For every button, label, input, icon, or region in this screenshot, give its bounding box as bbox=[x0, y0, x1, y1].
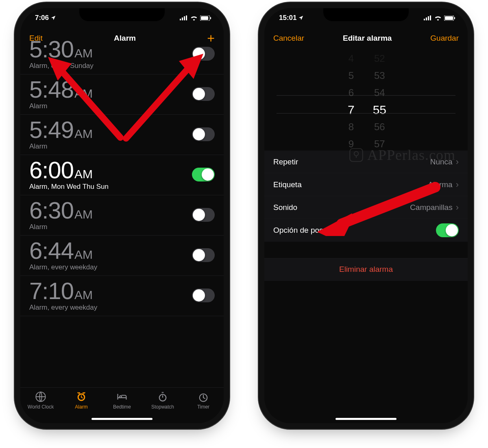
row-snooze[interactable]: Opción de posponer bbox=[264, 219, 468, 242]
phone-edit-alarm: 15:01 Cancelar Editar alarma Guardar 4 5… bbox=[264, 8, 468, 423]
alarm-subtitle: Alarm, every weekday bbox=[29, 263, 97, 271]
alarm-ampm: AM bbox=[74, 46, 93, 60]
stopwatch-icon bbox=[157, 391, 168, 402]
row-label: Repetir bbox=[273, 157, 298, 166]
alarm-settings: Repetir Nunca› Etiqueta Alarma› Sonido C… bbox=[264, 151, 468, 242]
alarm-row[interactable]: 5:48AM Alarm bbox=[20, 74, 224, 115]
alarm-ampm: AM bbox=[74, 288, 93, 302]
svg-rect-21 bbox=[428, 16, 429, 20]
picker-minutes[interactable]: 52 53 54 55 56 57 58 bbox=[373, 53, 386, 151]
tab-timer[interactable]: Timer bbox=[183, 391, 224, 423]
alarm-subtitle: Alarm bbox=[29, 223, 93, 231]
snooze-toggle[interactable] bbox=[436, 223, 459, 237]
alarm-toggle[interactable] bbox=[192, 47, 215, 61]
alarm-row[interactable]: 5:49AM Alarm bbox=[20, 115, 224, 155]
svg-rect-6 bbox=[210, 17, 211, 19]
row-sound[interactable]: Sonido Campanillas› bbox=[264, 196, 468, 219]
globe-icon bbox=[35, 391, 46, 402]
row-label: Opción de posponer bbox=[273, 226, 343, 235]
svg-rect-19 bbox=[424, 19, 425, 20]
svg-rect-2 bbox=[184, 16, 185, 20]
svg-rect-22 bbox=[430, 15, 431, 20]
svg-rect-0 bbox=[180, 19, 181, 20]
timer-icon bbox=[198, 391, 209, 402]
svg-rect-26 bbox=[350, 149, 363, 162]
alarm-ampm: AM bbox=[74, 248, 93, 262]
svg-rect-3 bbox=[186, 15, 187, 20]
signal-icon bbox=[180, 15, 188, 20]
delete-alarm-button[interactable]: Eliminar alarma bbox=[264, 258, 468, 281]
status-time: 15:01 bbox=[279, 14, 304, 22]
alarm-time: 5:49 bbox=[29, 118, 74, 142]
alarm-ampm: AM bbox=[74, 208, 93, 221]
tab-world-clock[interactable]: World Clock bbox=[20, 391, 61, 423]
chevron-right-icon: › bbox=[456, 202, 459, 213]
chevron-right-icon: › bbox=[456, 157, 459, 167]
alarm-subtitle: Alarm, Mon Wed Thu Sun bbox=[29, 183, 109, 191]
tab-label: World Clock bbox=[28, 404, 54, 410]
alarm-time: 5:48 bbox=[29, 78, 74, 101]
alarm-ampm: AM bbox=[74, 167, 93, 181]
location-icon bbox=[50, 15, 56, 21]
alarm-toggle[interactable] bbox=[192, 208, 215, 222]
home-indicator[interactable] bbox=[336, 418, 396, 420]
alarm-subtitle: Alarm bbox=[29, 142, 93, 151]
svg-rect-20 bbox=[426, 17, 427, 20]
chevron-right-icon: › bbox=[456, 179, 459, 190]
home-indicator[interactable] bbox=[92, 418, 152, 420]
phone-alarm-list: 7:06 Edit Alarm + 5:30AM Alarm, every Su… bbox=[20, 8, 224, 423]
svg-rect-24 bbox=[445, 16, 453, 20]
alarm-ampm: AM bbox=[74, 87, 93, 101]
alarm-time: 6:00 bbox=[29, 158, 74, 182]
alarm-toggle[interactable] bbox=[192, 248, 215, 262]
wifi-icon bbox=[190, 15, 198, 21]
svg-rect-25 bbox=[454, 17, 455, 19]
alarm-toggle[interactable] bbox=[192, 168, 215, 181]
tab-label: Timer bbox=[197, 404, 209, 410]
battery-icon bbox=[200, 15, 211, 21]
picker-hours[interactable]: 4 5 6 7 8 9 10 bbox=[346, 53, 357, 151]
page-title: Editar alarma bbox=[343, 34, 392, 43]
alarm-subtitle: Alarm bbox=[29, 102, 93, 110]
tab-label: Alarm bbox=[75, 404, 87, 410]
alarm-time: 6:44 bbox=[29, 239, 74, 262]
save-button[interactable]: Guardar bbox=[430, 34, 459, 43]
alarm-row[interactable]: 6:44AM Alarm, every weekday bbox=[20, 236, 224, 276]
cancel-button[interactable]: Cancelar bbox=[273, 34, 304, 43]
tab-label: Bedtime bbox=[113, 404, 131, 410]
alarm-toggle[interactable] bbox=[192, 87, 215, 101]
row-value: Campanillas bbox=[410, 203, 453, 212]
alarm-time: 7:10 bbox=[29, 279, 74, 303]
alarm-time: 5:30 bbox=[29, 37, 74, 61]
alarm-row[interactable]: 6:00AM Alarm, Mon Wed Thu Sun bbox=[20, 155, 224, 195]
alarm-list[interactable]: 5:30AM Alarm, every Sunday 5:48AM Alarm … bbox=[20, 34, 224, 387]
alarm-subtitle: Alarm, every Sunday bbox=[29, 62, 94, 70]
status-time: 7:06 bbox=[35, 14, 56, 22]
alarm-row[interactable]: 5:30AM Alarm, every Sunday bbox=[20, 34, 224, 74]
alarm-toggle[interactable] bbox=[192, 127, 215, 141]
row-label: Sonido bbox=[273, 203, 297, 212]
svg-rect-5 bbox=[201, 16, 208, 20]
nav-bar: Cancelar Editar alarma Guardar bbox=[264, 28, 468, 49]
bed-icon bbox=[116, 391, 128, 402]
svg-rect-1 bbox=[182, 17, 183, 20]
tab-bar: World Clock Alarm Bedtime Stopwatch Time… bbox=[20, 387, 224, 423]
battery-icon bbox=[444, 15, 455, 21]
alarm-toggle[interactable] bbox=[192, 288, 215, 302]
notch bbox=[323, 8, 409, 21]
time-picker[interactable]: 4 5 6 7 8 9 10 52 53 54 55 56 57 58 bbox=[264, 49, 468, 151]
row-value: Alarma bbox=[428, 180, 452, 189]
svg-point-10 bbox=[79, 392, 81, 394]
svg-point-11 bbox=[83, 392, 84, 394]
location-icon bbox=[298, 15, 304, 21]
alarm-row[interactable]: 6:30AM Alarm bbox=[20, 195, 224, 236]
row-label: Etiqueta bbox=[273, 180, 302, 189]
svg-point-27 bbox=[354, 151, 359, 156]
wifi-icon bbox=[434, 15, 442, 21]
tab-label: Stopwatch bbox=[151, 404, 174, 410]
alarm-subtitle: Alarm, every weekday bbox=[29, 304, 97, 312]
alarm-row[interactable]: 7:10AM Alarm, every weekday bbox=[20, 276, 224, 316]
alarm-icon bbox=[76, 391, 87, 402]
row-label[interactable]: Etiqueta Alarma› bbox=[264, 173, 468, 196]
notch bbox=[79, 8, 165, 21]
